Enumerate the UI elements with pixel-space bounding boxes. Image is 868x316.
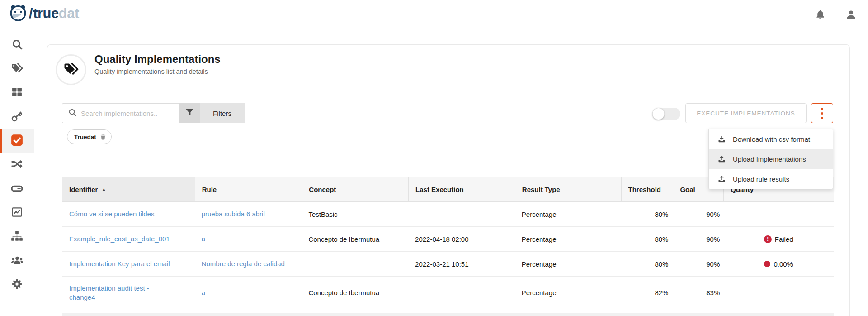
concept-cell: TestBasic bbox=[302, 211, 408, 218]
menu-item-download-csv[interactable]: Download with csv format bbox=[709, 129, 833, 149]
menu-item-upload-rule-results[interactable]: Upload rule results bbox=[709, 169, 833, 189]
search-icon bbox=[11, 38, 23, 52]
search-input[interactable] bbox=[81, 110, 171, 117]
identifier-link[interactable]: Implementation audit test - change4 bbox=[69, 284, 175, 302]
result-type-cell: Percentage bbox=[515, 260, 621, 268]
notifications-bell-icon[interactable] bbox=[815, 9, 826, 21]
rule-link[interactable]: a bbox=[202, 288, 205, 297]
sidebar-item-permissions[interactable] bbox=[0, 105, 34, 129]
sidebar-item-structures[interactable] bbox=[0, 225, 34, 249]
filter-funnel-button[interactable] bbox=[179, 103, 200, 123]
goal-cell: 90% bbox=[673, 235, 723, 243]
goal-cell: 90% bbox=[673, 260, 723, 268]
sitemap-icon bbox=[11, 230, 23, 244]
rule-link[interactable]: a bbox=[202, 235, 205, 244]
last-execution-cell: 2022-03-21 10:51 bbox=[408, 260, 515, 268]
column-header-last-execution[interactable]: Last Execution bbox=[408, 177, 515, 201]
drive-icon bbox=[11, 182, 23, 196]
table-row: Example_rule_cast_as_date_001 a Concepto… bbox=[62, 227, 834, 252]
quality-cell: 0.00% bbox=[723, 260, 834, 268]
toggle-knob bbox=[652, 108, 665, 120]
goal-cell: 83% bbox=[673, 289, 723, 297]
menu-item-label: Upload Implementations bbox=[733, 155, 806, 163]
upload-icon bbox=[718, 175, 726, 182]
users-icon bbox=[11, 255, 24, 268]
sidebar-item-groups[interactable] bbox=[0, 249, 34, 273]
funnel-icon bbox=[186, 109, 193, 118]
quality-implementations-card: Quality Implementations Quality implemen… bbox=[47, 44, 850, 316]
sidebar-item-modules[interactable] bbox=[0, 81, 34, 105]
execute-toggle[interactable] bbox=[652, 108, 680, 120]
sidebar-item-data-sources[interactable] bbox=[0, 177, 34, 201]
top-bar: /truedat bbox=[0, 0, 868, 25]
concept-cell: Concepto de Ibermutua bbox=[302, 235, 408, 243]
column-header-identifier[interactable]: Identifier ▲ bbox=[62, 177, 195, 201]
more-actions-button[interactable] bbox=[811, 103, 833, 123]
sidebar-item-dashboards[interactable] bbox=[0, 201, 34, 225]
column-header-rule[interactable]: Rule bbox=[195, 177, 302, 201]
column-header-concept[interactable]: Concept bbox=[302, 177, 408, 201]
quality-status-label: Failed bbox=[775, 235, 793, 243]
actions-dropdown-menu: Download with csv format Upload Implemen… bbox=[708, 129, 833, 189]
sidebar-nav bbox=[0, 25, 34, 316]
filter-chip-label: Truedat bbox=[74, 134, 96, 140]
identifier-link[interactable]: Example_rule_cast_as_date_001 bbox=[69, 235, 170, 244]
menu-item-label: Upload rule results bbox=[733, 175, 789, 183]
user-profile-icon[interactable] bbox=[845, 9, 857, 21]
sidebar-item-quality[interactable] bbox=[0, 129, 34, 153]
identifier-link[interactable]: Implementation Key para el email bbox=[69, 259, 170, 268]
upload-icon bbox=[718, 155, 726, 163]
threshold-cell: 80% bbox=[621, 235, 673, 243]
tags-icon bbox=[63, 62, 79, 78]
result-type-cell: Percentage bbox=[515, 289, 621, 297]
page-title: Quality Implementations bbox=[94, 53, 221, 66]
grid-icon bbox=[11, 86, 23, 100]
concept-cell: Concepto de Ibermutua bbox=[302, 289, 408, 297]
threshold-cell: 80% bbox=[621, 260, 673, 268]
result-type-cell: Percentage bbox=[515, 235, 621, 243]
gear-icon bbox=[11, 278, 23, 292]
quality-red-dot-icon bbox=[764, 261, 770, 267]
column-header-result-type[interactable]: Result Type bbox=[515, 177, 621, 201]
sort-ascending-icon: ▲ bbox=[102, 187, 106, 192]
page-subtitle: Quality implementations list and details bbox=[94, 68, 221, 75]
goal-cell: 90% bbox=[673, 211, 723, 218]
table-row: Cómo ve si se pueden tildes prueba subid… bbox=[62, 202, 834, 227]
sidebar-item-search[interactable] bbox=[0, 33, 34, 57]
search-icon bbox=[68, 108, 77, 119]
rule-link[interactable]: prueba subida 6 abril bbox=[202, 210, 265, 219]
identifier-link[interactable]: Cómo ve si se pueden tildes bbox=[69, 210, 154, 219]
failed-exclamation-icon: ! bbox=[764, 235, 772, 243]
threshold-cell: 82% bbox=[621, 289, 673, 297]
trash-icon[interactable] bbox=[100, 134, 106, 140]
filters-label: Filters bbox=[213, 110, 231, 117]
menu-item-label: Download with csv format bbox=[733, 135, 810, 143]
logo-text: /truedat bbox=[29, 5, 79, 22]
implementations-table: Identifier ▲ Rule Concept Last Execution… bbox=[62, 177, 834, 316]
execute-implementations-button[interactable]: EXECUTE IMPLEMENTATIONS bbox=[685, 103, 807, 123]
truedat-logo[interactable]: /truedat bbox=[8, 3, 79, 24]
page-title-badge bbox=[56, 54, 86, 85]
key-icon bbox=[11, 110, 23, 124]
owl-logo-icon bbox=[8, 3, 28, 24]
filter-chip-truedat[interactable]: Truedat bbox=[67, 129, 112, 144]
rule-link[interactable]: Nombre de regla de calidad bbox=[202, 259, 285, 268]
sidebar-item-lineage[interactable] bbox=[0, 153, 34, 177]
chart-icon bbox=[11, 206, 23, 220]
quality-cell: ! Failed bbox=[723, 235, 834, 243]
table-row: Implementation Key para el email Nombre … bbox=[62, 252, 834, 277]
next-row-partial bbox=[62, 313, 834, 316]
kebab-menu-icon bbox=[821, 108, 823, 110]
result-type-cell: Percentage bbox=[515, 211, 621, 218]
execute-button-label: EXECUTE IMPLEMENTATIONS bbox=[697, 110, 795, 117]
sidebar-item-settings[interactable] bbox=[0, 273, 34, 297]
tags-icon bbox=[11, 62, 23, 76]
last-execution-cell: 2022-04-18 02:00 bbox=[408, 235, 515, 243]
menu-item-upload-implementations[interactable]: Upload Implementations bbox=[709, 149, 833, 169]
search-box bbox=[62, 103, 179, 123]
check-square-icon bbox=[11, 134, 23, 148]
sidebar-item-tags[interactable] bbox=[0, 57, 34, 81]
column-header-threshold[interactable]: Threshold bbox=[621, 177, 673, 201]
download-icon bbox=[718, 135, 726, 143]
filters-button[interactable]: Filters bbox=[200, 103, 245, 123]
